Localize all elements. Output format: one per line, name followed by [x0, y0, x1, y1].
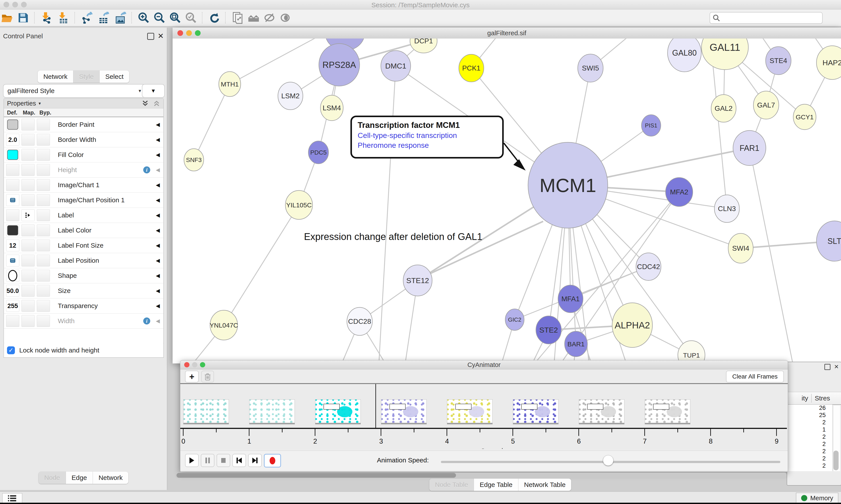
- first-neighbors-icon[interactable]: [248, 12, 260, 24]
- bypass-cell[interactable]: [37, 134, 50, 146]
- node-far1[interactable]: FAR1: [733, 130, 766, 165]
- animation-speed-slider-thumb[interactable]: [603, 455, 613, 466]
- tab-style[interactable]: Style: [73, 71, 100, 83]
- property-row-size[interactable]: 50.0Size◀: [4, 283, 163, 299]
- node-lsm4[interactable]: LSM4: [320, 95, 343, 121]
- import-network-icon[interactable]: [41, 12, 53, 24]
- refresh-view-icon[interactable]: [208, 12, 220, 24]
- export-table-icon[interactable]: [97, 12, 109, 24]
- node-cln3[interactable]: CLN3: [714, 195, 739, 222]
- node-rps28a[interactable]: RPS28A: [319, 43, 360, 86]
- default-value-cell[interactable]: 50.0: [6, 285, 19, 297]
- mapping-cell[interactable]: [21, 270, 35, 282]
- mapping-cell[interactable]: [21, 285, 35, 297]
- frame-thumbnail-1[interactable]: [183, 399, 229, 423]
- expand-property-icon[interactable]: ◀: [156, 318, 160, 324]
- frame-thumbnail-7[interactable]: [579, 399, 624, 423]
- mapping-cell[interactable]: [21, 315, 35, 327]
- node-dmc1[interactable]: DMC1: [381, 51, 411, 81]
- mapping-cell[interactable]: [21, 119, 35, 130]
- table-row[interactable]: 2: [787, 455, 832, 463]
- property-row-fill-color[interactable]: Fill Color◀: [4, 147, 163, 162]
- node-cdc42[interactable]: CDC42: [636, 253, 661, 281]
- node-mcm1[interactable]: MCM1: [528, 142, 608, 228]
- export-network-icon[interactable]: [80, 12, 93, 24]
- frame-thumbnail-3[interactable]: [315, 399, 361, 423]
- default-value-cell[interactable]: [6, 194, 19, 206]
- node-mfa1[interactable]: MFA1: [558, 285, 583, 313]
- properties-header[interactable]: Properties ▾: [4, 98, 163, 108]
- frame-thumbnail-8[interactable]: [645, 399, 690, 423]
- table-row[interactable]: 2: [787, 441, 832, 448]
- network-canvas[interactable]: RPS28ADCP1DMC1PCK1MTH1LSM2LSM4SNF3PDC5YI…: [173, 38, 841, 363]
- node-gal80[interactable]: GAL80: [667, 38, 701, 72]
- node-gal11[interactable]: GAL11: [701, 38, 748, 70]
- bypass-cell[interactable]: [37, 315, 50, 327]
- export-image-icon[interactable]: [114, 12, 127, 24]
- property-row-label-font-size[interactable]: 12Label Font Size◀: [4, 238, 163, 253]
- node-mfa2[interactable]: MFA2: [666, 178, 693, 206]
- float-panel-icon[interactable]: [147, 33, 154, 40]
- horizontal-scrollbar-thumb[interactable]: [177, 473, 456, 478]
- bypass-cell[interactable]: [37, 239, 50, 251]
- tab-network[interactable]: Network: [38, 71, 73, 83]
- mapping-cell[interactable]: [21, 179, 35, 191]
- annotation-link[interactable]: Pheromone response: [358, 141, 497, 149]
- default-value-cell[interactable]: [6, 255, 19, 267]
- node-ste2[interactable]: STE2: [536, 316, 561, 344]
- frames-timeline[interactable]: Seconds 0123456789: [180, 384, 788, 449]
- node-cdc28[interactable]: CDC28: [347, 307, 372, 336]
- mapping-cell[interactable]: [21, 209, 35, 221]
- horizontal-scrollbar[interactable]: [175, 472, 787, 478]
- bypass-cell[interactable]: [37, 179, 50, 191]
- record-button[interactable]: [264, 454, 281, 467]
- bypass-cell[interactable]: [37, 255, 50, 267]
- bypass-cell[interactable]: [37, 164, 50, 176]
- bypass-cell[interactable]: [37, 149, 50, 161]
- expand-property-icon[interactable]: ◀: [156, 212, 160, 218]
- property-row-height[interactable]: Heighti◀: [4, 162, 163, 178]
- mapping-cell[interactable]: [21, 134, 35, 146]
- info-icon[interactable]: i: [143, 166, 150, 174]
- bypass-cell[interactable]: [37, 209, 50, 221]
- bypass-cell[interactable]: [37, 285, 50, 297]
- style-selector[interactable]: galFiltered Style ▾: [3, 84, 145, 98]
- tab-node-table[interactable]: Node Table: [429, 479, 474, 491]
- frame-thumbnail-6[interactable]: [513, 399, 558, 423]
- timeline-playhead[interactable]: [375, 384, 376, 428]
- float-panel-icon[interactable]: [824, 364, 830, 370]
- property-row-image-chart-position-1[interactable]: Image/Chart Position 1◀: [4, 193, 163, 208]
- node-pis1[interactable]: PIS1: [642, 115, 661, 136]
- expand-property-icon[interactable]: ◀: [156, 303, 160, 309]
- property-row-label[interactable]: Label◀: [4, 208, 163, 223]
- style-options-button[interactable]: ▼: [142, 84, 165, 98]
- expand-property-icon[interactable]: ◀: [156, 152, 160, 158]
- skip-to-end-button[interactable]: [248, 454, 262, 467]
- duplicate-network-icon[interactable]: [232, 12, 244, 24]
- default-value-cell[interactable]: [6, 224, 19, 236]
- mapping-cell[interactable]: [21, 255, 35, 267]
- property-row-border-paint[interactable]: Border Paint◀: [4, 117, 163, 132]
- default-value-cell[interactable]: [6, 270, 19, 282]
- node-ste12[interactable]: STE12: [403, 265, 432, 296]
- table-rows[interactable]: 26252122222: [787, 404, 833, 471]
- bypass-cell[interactable]: [37, 194, 50, 206]
- mapping-cell[interactable]: [21, 149, 35, 161]
- bypass-cell[interactable]: [37, 300, 50, 312]
- tab-network-table[interactable]: Network Table: [518, 479, 571, 491]
- frame-thumbnail-4[interactable]: [381, 399, 427, 423]
- table-row[interactable]: 25: [787, 412, 832, 419]
- clear-all-frames-button[interactable]: Clear All Frames: [726, 371, 784, 382]
- frame-thumbnail-2[interactable]: [249, 399, 295, 423]
- zoom-fit-icon[interactable]: [169, 12, 181, 24]
- lock-node-size-checkbox[interactable]: ✓: [7, 346, 15, 354]
- save-session-icon[interactable]: [17, 12, 29, 24]
- node-ste4[interactable]: STE4: [766, 47, 791, 75]
- bypass-cell[interactable]: [37, 224, 50, 236]
- node-swi4[interactable]: SWI4: [728, 233, 753, 263]
- tab-edge-table[interactable]: Edge Table: [474, 479, 518, 491]
- table-scrollbar[interactable]: [834, 406, 840, 471]
- node-mth1[interactable]: MTH1: [219, 72, 241, 96]
- close-panel-icon[interactable]: ✕: [158, 32, 164, 40]
- expand-property-icon[interactable]: ◀: [156, 182, 160, 188]
